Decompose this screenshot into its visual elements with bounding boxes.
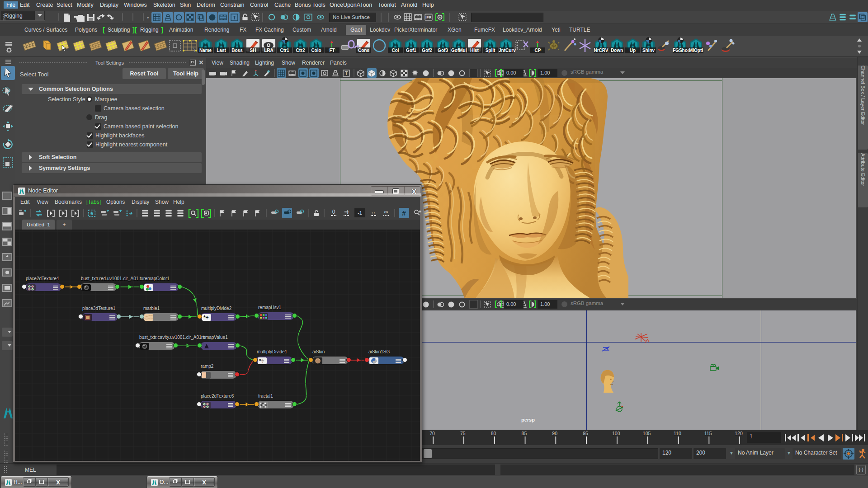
svg-text:*÷: *÷ bbox=[203, 314, 209, 321]
svg-text:85: 85 bbox=[522, 431, 527, 436]
svg-text:IPR: IPR bbox=[425, 15, 431, 19]
svg-text:90: 90 bbox=[552, 431, 557, 436]
svg-text:115: 115 bbox=[704, 431, 712, 436]
svg-text:110: 110 bbox=[674, 431, 681, 436]
svg-text:120: 120 bbox=[735, 431, 743, 436]
svg-text:95: 95 bbox=[583, 431, 588, 436]
svg-text:T: T bbox=[233, 15, 236, 20]
svg-text:80: 80 bbox=[491, 431, 496, 436]
svg-text:*÷: *÷ bbox=[259, 358, 264, 364]
svg-text:100: 100 bbox=[612, 431, 620, 436]
svg-text:105: 105 bbox=[643, 431, 651, 436]
svg-text:75: 75 bbox=[460, 431, 466, 436]
svg-text:T: T bbox=[345, 71, 348, 76]
svg-text:70: 70 bbox=[429, 431, 435, 436]
